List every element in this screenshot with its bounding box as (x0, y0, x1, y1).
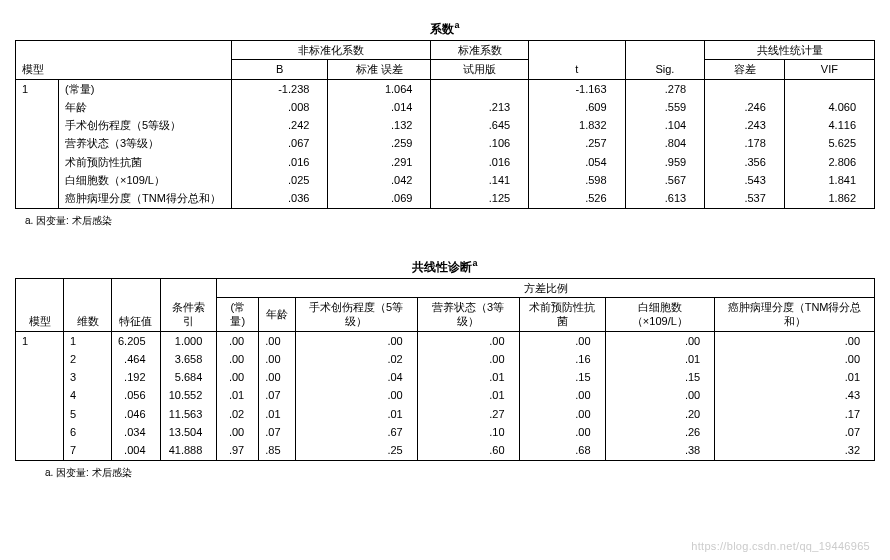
cell: .01 (295, 405, 417, 423)
cell: .054 (529, 153, 625, 171)
cell: .00 (217, 350, 259, 368)
cell: 10.552 (160, 386, 217, 404)
cell: .008 (232, 98, 328, 116)
cell: .567 (625, 171, 705, 189)
cell: 41.888 (160, 441, 217, 460)
cell: .10 (417, 423, 519, 441)
cell: .26 (605, 423, 715, 441)
table2-title-text: 共线性诊断 (412, 260, 472, 274)
cell: 4.116 (784, 116, 874, 134)
cell: .559 (625, 98, 705, 116)
col2-eigen: 特征值 (112, 278, 161, 331)
cell: .00 (605, 331, 715, 350)
dimension: 5 (64, 405, 112, 423)
cell: .259 (328, 134, 431, 152)
cell: .00 (519, 405, 605, 423)
dimension: 4 (64, 386, 112, 404)
cell: .60 (417, 441, 519, 460)
cell: .141 (431, 171, 529, 189)
cell: .00 (417, 331, 519, 350)
cell: .598 (529, 171, 625, 189)
predictor-name: 年龄 (59, 98, 232, 116)
cell: .042 (328, 171, 431, 189)
table-row: 7.00441.888.97.85.25.60.68.38.32 (16, 441, 875, 460)
cell: .034 (112, 423, 161, 441)
cell: 5.684 (160, 368, 217, 386)
col2-preop: 术前预防性抗菌 (519, 297, 605, 331)
cell: .00 (217, 423, 259, 441)
col-B: B (232, 60, 328, 79)
cell: .32 (715, 441, 875, 460)
cell: .257 (529, 134, 625, 152)
cell: .00 (217, 368, 259, 386)
table-row: 营养状态（3等级）.067.259.106.257.804.1785.625 (16, 134, 875, 152)
col-sig: Sig. (625, 41, 705, 80)
col2-const: (常量) (217, 297, 259, 331)
cell: .291 (328, 153, 431, 171)
cell: 1.862 (784, 189, 874, 208)
cell: .01 (417, 368, 519, 386)
predictor-name: (常量) (59, 79, 232, 98)
cell: .00 (259, 331, 295, 350)
model-number: 1 (16, 331, 64, 460)
dimension: 2 (64, 350, 112, 368)
table2-footnote: a. 因变量: 术后感染 (15, 463, 875, 510)
cell: .00 (519, 386, 605, 404)
cell: .016 (232, 153, 328, 171)
cell: .069 (328, 189, 431, 208)
cell: .00 (715, 350, 875, 368)
table2-title: 共线性诊断a (15, 258, 875, 276)
cell: .246 (705, 98, 785, 116)
cell: .242 (232, 116, 328, 134)
cell: .106 (431, 134, 529, 152)
cell: 11.563 (160, 405, 217, 423)
cell: .17 (715, 405, 875, 423)
cell: .01 (605, 350, 715, 368)
cell: .01 (715, 368, 875, 386)
cell: .132 (328, 116, 431, 134)
cell: .27 (417, 405, 519, 423)
cell: .01 (217, 386, 259, 404)
col-model: 模型 (16, 41, 232, 80)
col-std-group: 标准系数 (431, 41, 529, 60)
predictor-name: 白细胞数（×109/L） (59, 171, 232, 189)
col2-nutri: 营养状态（3等级） (417, 297, 519, 331)
cell: .056 (112, 386, 161, 404)
cell: .00 (417, 350, 519, 368)
cell: .543 (705, 171, 785, 189)
table1-title-text: 系数 (430, 22, 454, 36)
table2-title-sup: a (472, 258, 477, 268)
col2-wbc: 白细胞数（×109/L） (605, 297, 715, 331)
cell: .01 (417, 386, 519, 404)
table-row: 术前预防性抗菌.016.291.016.054.959.3562.806 (16, 153, 875, 171)
cell: .104 (625, 116, 705, 134)
predictor-name: 癌肿病理分度（TNM得分总和） (59, 189, 232, 208)
cell: -1.163 (529, 79, 625, 98)
cell: 3.658 (160, 350, 217, 368)
model-number: 1 (16, 79, 59, 208)
cell: 13.504 (160, 423, 217, 441)
cell: 1.841 (784, 171, 874, 189)
cell: 5.625 (784, 134, 874, 152)
cell: .97 (217, 441, 259, 460)
cell: .526 (529, 189, 625, 208)
predictor-name: 手术创伤程度（5等级） (59, 116, 232, 134)
cell: .036 (232, 189, 328, 208)
cell: .38 (605, 441, 715, 460)
col2-trauma: 手术创伤程度（5等级） (295, 297, 417, 331)
col-collin-group: 共线性统计量 (705, 41, 875, 60)
cell: .004 (112, 441, 161, 460)
cell: .00 (295, 331, 417, 350)
table1-title: 系数a (15, 20, 875, 38)
cell: .16 (519, 350, 605, 368)
cell: .178 (705, 134, 785, 152)
cell: .00 (295, 386, 417, 404)
cell: .67 (295, 423, 417, 441)
cell (431, 79, 529, 98)
cell: .804 (625, 134, 705, 152)
cell: .356 (705, 153, 785, 171)
predictor-name: 术前预防性抗菌 (59, 153, 232, 171)
col-vif: VIF (784, 60, 874, 79)
cell: .02 (295, 350, 417, 368)
cell: .43 (715, 386, 875, 404)
